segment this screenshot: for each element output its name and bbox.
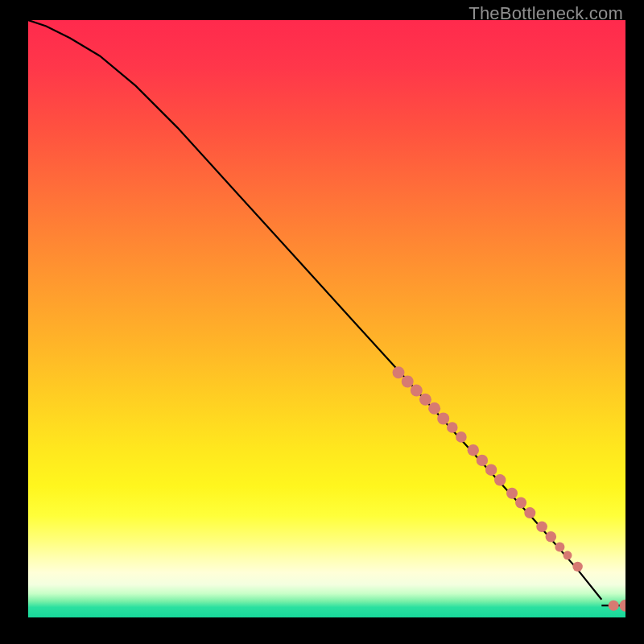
- data-point: [428, 402, 440, 415]
- data-point: [536, 521, 547, 532]
- data-point: [411, 385, 423, 397]
- data-point: [546, 531, 557, 543]
- data-point: [564, 551, 572, 559]
- plot-area: [28, 20, 625, 617]
- data-point: [572, 562, 582, 572]
- chart-stage: TheBottleneck.com: [0, 0, 644, 644]
- data-point: [437, 412, 449, 424]
- curve-line: [28, 20, 601, 600]
- data-point: [485, 464, 497, 476]
- scatter-points: [393, 366, 626, 611]
- data-point: [456, 431, 467, 443]
- data-point: [477, 455, 488, 466]
- data-point: [609, 601, 619, 611]
- data-point: [402, 375, 414, 387]
- data-point: [515, 497, 526, 509]
- data-point: [468, 444, 479, 456]
- data-point: [393, 366, 405, 378]
- data-point: [555, 542, 564, 551]
- chart-svg: [28, 20, 625, 617]
- data-point: [494, 474, 506, 485]
- data-point: [506, 488, 518, 499]
- data-point: [524, 507, 535, 518]
- data-point: [620, 600, 626, 612]
- data-point: [419, 394, 431, 406]
- data-point: [447, 422, 458, 433]
